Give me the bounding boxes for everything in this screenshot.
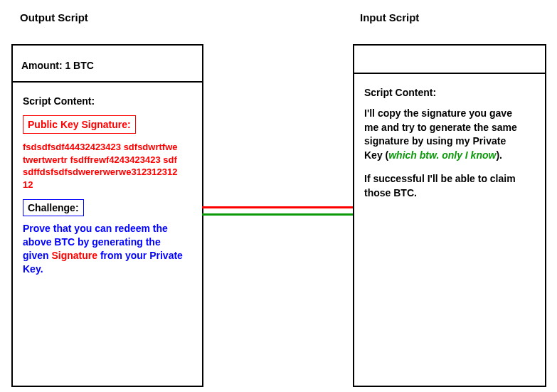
input-script-title: Input Script: [360, 11, 419, 23]
script-content-label: Script Content:: [23, 95, 193, 107]
output-script-title: Output Script: [20, 11, 88, 23]
connector-line-red: [202, 206, 353, 208]
input-body: Script Content: I'll copy the signature …: [354, 74, 545, 209]
public-key-signature-label: Public Key Signature:: [23, 115, 136, 134]
input-p1-green: which btw. only I know: [388, 149, 496, 161]
input-header-empty: [354, 46, 545, 74]
input-p1-post: ).: [496, 149, 502, 161]
challenge-text: Prove that you can redeem the above BTC …: [23, 222, 183, 276]
challenge-label: Challenge:: [23, 199, 84, 216]
input-script-content-label: Script Content:: [364, 87, 536, 98]
input-paragraph-1: I'll copy the signature you gave me and …: [364, 107, 524, 162]
connector-line-green: [202, 213, 353, 216]
output-amount-header: Amount: 1 BTC: [13, 46, 202, 83]
challenge-signature-word: Signature: [51, 250, 97, 261]
signature-data: fsdsdfsdf44432423423 sdfsdwrtfwetwertwer…: [23, 141, 179, 191]
output-script-box: Amount: 1 BTC Script Content: Public Key…: [11, 44, 203, 387]
input-paragraph-2: If successful I'll be able to claim thos…: [364, 172, 524, 200]
output-body: Script Content: Public Key Signature: fs…: [13, 83, 202, 285]
input-script-box: Script Content: I'll copy the signature …: [353, 44, 546, 387]
